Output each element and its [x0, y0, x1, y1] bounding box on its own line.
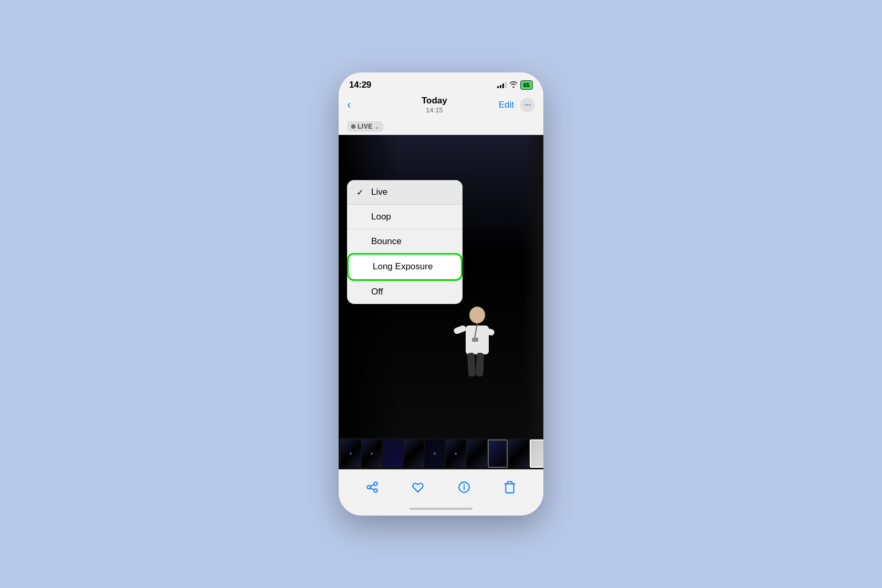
like-button[interactable]: [406, 476, 429, 499]
dropdown-off-label: Off: [371, 287, 383, 297]
svg-rect-5: [476, 353, 484, 376]
svg-rect-7: [472, 338, 478, 342]
live-dot-icon: [351, 124, 355, 129]
share-button[interactable]: [361, 476, 384, 499]
film-thumb-3[interactable]: [383, 439, 403, 468]
delete-button[interactable]: [498, 476, 521, 499]
heart-icon: [411, 480, 425, 494]
dropdown-item-live[interactable]: ✓ Live: [347, 180, 463, 205]
filmstrip: [339, 438, 543, 469]
film-thumb-4[interactable]: [404, 439, 424, 468]
bottom-area: [339, 438, 543, 516]
film-thumb-6[interactable]: [446, 439, 466, 468]
film-thumb-1[interactable]: [341, 439, 361, 468]
svg-point-0: [469, 307, 485, 323]
checkmark-icon: ✓: [356, 187, 366, 197]
more-button[interactable]: ···: [520, 98, 535, 112]
svg-rect-2: [453, 324, 467, 334]
dropdown-item-long-exposure[interactable]: Long Exposure: [349, 255, 461, 279]
film-thumb-10[interactable]: [530, 439, 543, 468]
dropdown-long-exposure-label: Long Exposure: [373, 261, 433, 272]
edit-button[interactable]: Edit: [499, 100, 514, 110]
dropdown-item-loop[interactable]: Loop: [347, 205, 463, 229]
svg-rect-4: [467, 353, 476, 377]
nav-title-group: Today 14:15: [422, 96, 447, 114]
dropdown-item-bounce[interactable]: Bounce: [347, 229, 463, 254]
live-label: LIVE: [358, 123, 373, 130]
live-bar: LIVE ⌄ ✓ Live Loop Bounce Long Exposure: [339, 118, 543, 135]
dropdown-loop-label: Loop: [371, 212, 391, 222]
status-bar: 14:29 65: [339, 72, 543, 92]
signal-icon: [497, 82, 507, 88]
film-thumb-7[interactable]: [467, 439, 487, 468]
info-button[interactable]: [453, 476, 476, 499]
person-silhouette: [446, 299, 498, 383]
nav-title: Today: [422, 96, 447, 106]
nav-subtitle: 14:15: [422, 106, 447, 114]
status-time: 14:29: [349, 80, 371, 90]
wifi-icon: [509, 81, 518, 89]
film-thumb-5[interactable]: [425, 439, 445, 468]
home-indicator: [339, 505, 543, 516]
back-button[interactable]: ‹: [347, 98, 370, 112]
chevron-down-icon: ⌄: [375, 124, 379, 130]
film-thumb-2[interactable]: [362, 439, 382, 468]
svg-point-10: [464, 485, 464, 485]
info-icon: [457, 480, 471, 494]
dropdown-live-label: Live: [371, 187, 387, 197]
share-icon: [365, 480, 379, 494]
live-dropdown: ✓ Live Loop Bounce Long Exposure Off: [347, 180, 463, 304]
battery-icon: 65: [520, 80, 533, 90]
filmstrip-inner: [339, 439, 543, 468]
film-thumb-8[interactable]: [488, 439, 508, 468]
trash-icon: [503, 480, 517, 494]
action-bar: [339, 469, 543, 505]
status-icons: 65: [497, 80, 533, 90]
film-thumb-9[interactable]: [509, 439, 529, 468]
nav-bar: ‹ Today 14:15 Edit ···: [339, 92, 543, 118]
dropdown-bounce-label: Bounce: [371, 236, 402, 247]
dropdown-item-off[interactable]: Off: [347, 280, 463, 304]
phone-frame: 14:29 65 ‹ Today 14:15: [339, 72, 543, 516]
nav-actions: Edit ···: [499, 98, 535, 112]
live-badge-button[interactable]: LIVE ⌄: [347, 121, 383, 132]
home-bar: [410, 508, 472, 510]
